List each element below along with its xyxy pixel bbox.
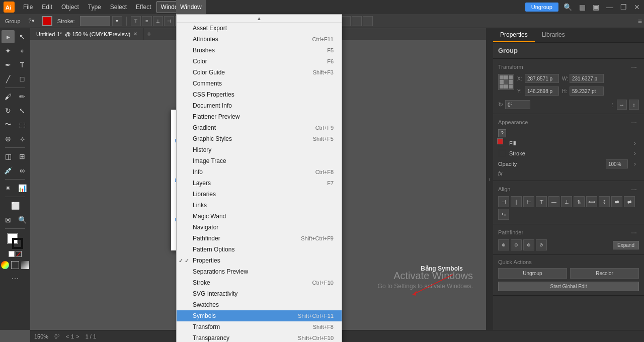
item-label: Color Guide	[193, 69, 225, 76]
shortcut-label: Ctrl+F10	[312, 280, 334, 286]
menu-comments[interactable]: Comments	[177, 78, 342, 89]
menu-info[interactable]: Info Ctrl+F8	[177, 166, 342, 178]
menu-pattern-options[interactable]: Pattern Options	[177, 244, 342, 255]
item-label: Libraries	[193, 191, 216, 198]
menu-color[interactable]: Color F6	[177, 56, 342, 67]
menu-pathfinder[interactable]: Pathfinder Shift+Ctrl+F9	[177, 233, 342, 244]
item-label: History	[193, 146, 211, 153]
item-label: Stroke	[193, 279, 210, 286]
menu-separations-preview[interactable]: Separations Preview	[177, 266, 342, 277]
window-menu-active[interactable]: Window	[176, 0, 206, 14]
item-label: Transparency	[193, 334, 229, 341]
item-label: Swatches	[193, 301, 219, 308]
menu-transparency[interactable]: Transparency Shift+Ctrl+F10	[177, 332, 342, 342]
shortcut-label: Shift+F8	[313, 324, 334, 330]
menu-asset-export[interactable]: Asset Export	[177, 23, 342, 34]
menu-color-guide[interactable]: Color Guide Shift+F3	[177, 67, 342, 78]
item-label: CSS Properties	[193, 91, 234, 98]
menu-libraries[interactable]: Libraries	[177, 189, 342, 200]
menu-image-trace[interactable]: Image Trace	[177, 155, 342, 166]
menu-svg-interactivity[interactable]: SVG Interactivity	[177, 288, 342, 299]
shortcut-label: F6	[327, 58, 334, 64]
shortcut-label: Shift+F5	[313, 136, 334, 142]
shortcut-label: Shift+F3	[313, 69, 334, 75]
item-label: Gradient	[193, 124, 216, 131]
shortcut-label: Ctrl+F8	[315, 169, 334, 175]
menu-stroke[interactable]: Stroke Ctrl+F10	[177, 277, 342, 288]
menu-history[interactable]: History	[177, 144, 342, 155]
item-label: SVG Interactivity	[193, 290, 237, 297]
menu-transform[interactable]: Transform Shift+F8	[177, 321, 342, 332]
menu-attributes[interactable]: Attributes Ctrl+F11	[177, 34, 342, 45]
menu-symbols[interactable]: Symbols Shift+Ctrl+F11	[177, 310, 342, 321]
item-label: Graphic Styles	[193, 135, 232, 142]
menu-gradient[interactable]: Gradient Ctrl+F9	[177, 122, 342, 133]
item-label: Comments	[193, 80, 222, 87]
shortcut-label: F7	[327, 180, 334, 186]
item-label: Properties	[193, 257, 220, 264]
item-label: Document Info	[193, 102, 232, 109]
menu-css-properties[interactable]: CSS Properties	[177, 89, 342, 100]
item-label: Asset Export	[193, 25, 227, 32]
item-label: Symbols	[193, 312, 216, 319]
scroll-up-indicator: ▲	[177, 15, 342, 23]
item-label: Navigator	[193, 224, 218, 231]
menu-flattener-preview[interactable]: Flattener Preview	[177, 111, 342, 122]
item-label: Image Trace	[193, 157, 226, 164]
item-label: Layers	[193, 180, 211, 187]
menu-navigator[interactable]: Navigator	[177, 222, 342, 233]
shortcut-label: F5	[327, 47, 334, 53]
menu-links[interactable]: Links	[177, 200, 342, 211]
item-label: Links	[193, 202, 207, 209]
item-label: Magic Wand	[193, 213, 226, 220]
dropdown-menu: ▲ Asset Export Attributes Ctrl+F11 Brush…	[176, 14, 342, 342]
menu-layers[interactable]: Layers F7	[177, 178, 342, 189]
item-label: Separations Preview	[193, 268, 248, 275]
menu-swatches[interactable]: Swatches	[177, 299, 342, 310]
item-label: Pathfinder	[193, 235, 220, 242]
shortcut-label: Ctrl+F9	[315, 125, 334, 131]
shortcut-label: Ctrl+F11	[312, 36, 334, 42]
shortcut-label: Shift+Ctrl+F9	[301, 235, 334, 241]
shortcut-label: Shift+Ctrl+F10	[298, 335, 334, 341]
menu-graphic-styles[interactable]: Graphic Styles Shift+F5	[177, 133, 342, 144]
item-label: Attributes	[193, 36, 218, 43]
shortcut-label: Shift+Ctrl+F11	[298, 313, 334, 319]
menu-document-info[interactable]: Document Info	[177, 100, 342, 111]
item-label: Transform	[193, 323, 220, 330]
menu-magic-wand[interactable]: Magic Wand	[177, 211, 342, 222]
item-label: Color	[193, 58, 207, 65]
item-label: Pattern Options	[193, 246, 234, 253]
item-label: Brushes	[193, 47, 215, 54]
menu-properties[interactable]: ✓ Properties	[177, 255, 342, 266]
item-label: Info	[193, 168, 203, 176]
dropdown-overlay: Window ▲ Asset Export Attributes Ctrl+F1…	[0, 0, 644, 342]
item-label: Flattener Preview	[193, 113, 239, 120]
check-mark: ✓	[185, 258, 193, 264]
menu-brushes[interactable]: Brushes F5	[177, 45, 342, 56]
